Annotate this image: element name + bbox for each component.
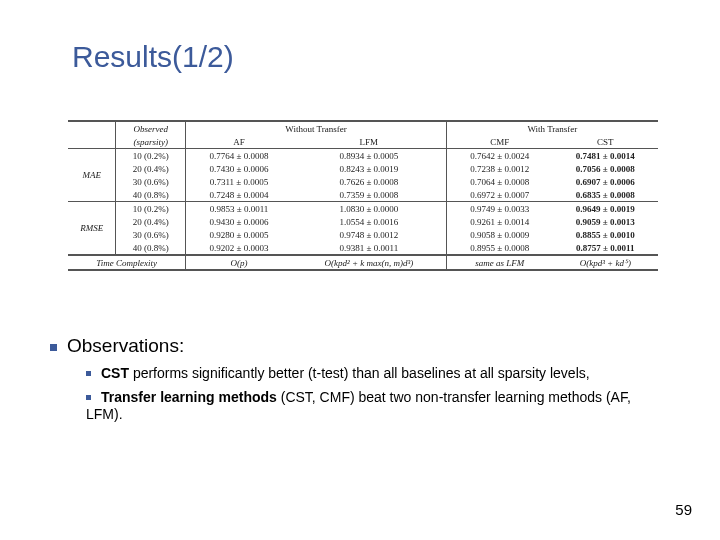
table-cell: 0.7642 ± 0.0024	[446, 149, 552, 163]
table-cell: 0.7064 ± 0.0008	[446, 175, 552, 188]
table-cell: 20 (0.4%)	[116, 162, 186, 175]
col-sparsity: (sparsity)	[116, 135, 186, 149]
slide-title: Results(1/2)	[72, 40, 234, 74]
table-cell: 0.9430 ± 0.0006	[186, 215, 292, 228]
table-cell: 20 (0.4%)	[116, 215, 186, 228]
table-cell: 0.7430 ± 0.0006	[186, 162, 292, 175]
table-cell: 0.9261 ± 0.0014	[446, 215, 552, 228]
table-cell: 0.7056 ± 0.0008	[553, 162, 658, 175]
table-cell: 0.8934 ± 0.0005	[292, 149, 446, 163]
col-cmf: CMF	[446, 135, 552, 149]
table-cell: 0.6907 ± 0.0006	[553, 175, 658, 188]
row-mae: MAE	[68, 149, 116, 202]
table-cell: O(p)	[186, 255, 292, 270]
table-cell: 0.9059 ± 0.0013	[553, 215, 658, 228]
row-rmse: RMSE	[68, 202, 116, 256]
table-cell: O(kpd² + k max(n, m)d³)	[292, 255, 446, 270]
table-cell: 1.0554 ± 0.0016	[292, 215, 446, 228]
table-cell: 40 (0.8%)	[116, 241, 186, 255]
table-cell: 0.8243 ± 0.0019	[292, 162, 446, 175]
table-cell: 0.9058 ± 0.0009	[446, 228, 552, 241]
table-cell: 10 (0.2%)	[116, 202, 186, 216]
table-cell: 0.7359 ± 0.0008	[292, 188, 446, 202]
list-item: Transfer learning methods (CST, CMF) bea…	[86, 389, 670, 424]
table-cell: 0.8855 ± 0.0010	[553, 228, 658, 241]
table-cell: 0.7764 ± 0.0008	[186, 149, 292, 163]
table-cell: 0.9381 ± 0.0011	[292, 241, 446, 255]
table-cell: 0.7626 ± 0.0008	[292, 175, 446, 188]
list-item: CST performs significantly better (t-tes…	[86, 365, 670, 383]
table-cell: O(kpd³ + kd⁵)	[553, 255, 658, 270]
bullet-text: performs significantly better (t-test) t…	[129, 365, 590, 381]
results-table: Observed Without Transfer With Transfer …	[68, 120, 658, 271]
table-cell: 0.9749 ± 0.0033	[446, 202, 552, 216]
page-number: 59	[675, 501, 692, 518]
table-cell: 0.8955 ± 0.0008	[446, 241, 552, 255]
bullet-icon	[50, 344, 57, 351]
bullet-icon	[86, 371, 91, 376]
table-cell: 0.9280 ± 0.0005	[186, 228, 292, 241]
table-cell: 0.7238 ± 0.0012	[446, 162, 552, 175]
table-cell: 0.9202 ± 0.0003	[186, 241, 292, 255]
observations-block: Observations: CST performs significantly…	[50, 335, 670, 430]
col-with-transfer: With Transfer	[446, 121, 658, 135]
table-cell: same as LFM	[446, 255, 552, 270]
table-cell: 0.9853 ± 0.0011	[186, 202, 292, 216]
table-cell: 0.6972 ± 0.0007	[446, 188, 552, 202]
col-observed: Observed	[116, 121, 186, 135]
table-cell: 0.9748 ± 0.0012	[292, 228, 446, 241]
table-cell: 0.9649 ± 0.0019	[553, 202, 658, 216]
table-cell: 0.8757 ± 0.0011	[553, 241, 658, 255]
table-cell: 1.0830 ± 0.0000	[292, 202, 446, 216]
table-cell: 40 (0.8%)	[116, 188, 186, 202]
col-af: AF	[186, 135, 292, 149]
table-cell: 0.7248 ± 0.0004	[186, 188, 292, 202]
table-cell: 30 (0.6%)	[116, 175, 186, 188]
table-cell: 0.7481 ± 0.0014	[553, 149, 658, 163]
col-cst: CST	[553, 135, 658, 149]
observations-heading-text: Observations:	[67, 335, 184, 356]
table-cell: 0.6835 ± 0.0008	[553, 188, 658, 202]
table-cell: 0.7311 ± 0.0005	[186, 175, 292, 188]
table-cell: 10 (0.2%)	[116, 149, 186, 163]
bullet-icon	[86, 395, 91, 400]
observations-heading: Observations:	[50, 335, 670, 357]
bullet-bold: CST	[101, 365, 129, 381]
col-lfm: LFM	[292, 135, 446, 149]
bullet-bold: Transfer learning methods	[101, 389, 277, 405]
col-without-transfer: Without Transfer	[186, 121, 447, 135]
row-time-complexity: Time Complexity	[68, 255, 186, 270]
table-cell: 30 (0.6%)	[116, 228, 186, 241]
